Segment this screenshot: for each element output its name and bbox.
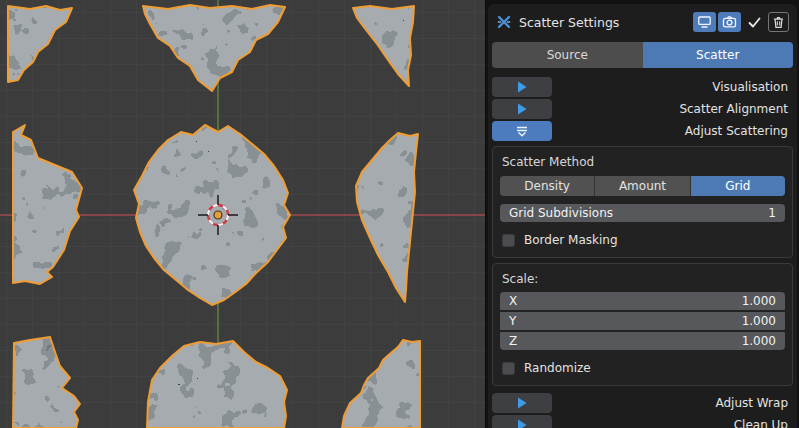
3d-viewport[interactable] [0,0,485,428]
double-chevron-down-icon [514,126,530,137]
tab-bar: Source Scatter [492,42,793,68]
row-label: Visualisation [712,80,793,94]
panel-header: Scatter Settings [492,8,793,36]
header-icon-group [693,12,789,32]
grid-subdivisions-value: 1 [768,206,776,220]
play-icon [517,397,527,409]
clean-up-row: Clean Up [492,415,793,428]
clean-up-expand-button[interactable] [492,415,552,428]
tab-source[interactable]: Source [492,42,643,68]
scale-label: Scale: [500,270,785,286]
check-icon[interactable] [743,12,766,32]
trash-icon[interactable] [768,12,789,32]
row-label: Clean Up [734,418,793,428]
viewport-canvas[interactable] [0,0,485,428]
segment-density[interactable]: Density [500,176,594,196]
segment-amount[interactable]: Amount [595,176,689,196]
row-label: Scatter Alignment [679,102,793,116]
scale-z-value: 1.000 [742,334,776,348]
object-origin-dot [214,211,222,219]
axis-label: Y [509,314,516,328]
scale-vector-fields: X 1.000 Y 1.000 Z 1.000 [500,292,785,350]
grid-subdivisions-field[interactable]: Grid Subdivisions 1 [500,204,785,222]
play-icon [517,81,527,93]
border-masking-row: Border Masking [500,233,785,247]
adjust-scattering-collapse-button[interactable] [492,121,552,141]
row-label: Adjust Scattering [685,124,793,138]
scale-x-value: 1.000 [742,294,776,308]
scatter-method-box: Scatter Method Density Amount Grid Grid … [492,146,793,258]
row-label: Adjust Wrap [715,396,793,410]
randomize-label: Randomize [524,361,591,375]
scatter-method-label: Scatter Method [500,153,785,169]
scale-y-value: 1.000 [742,314,776,328]
adjust-wrap-row: Adjust Wrap [492,393,793,413]
footer-rows: Adjust Wrap Clean Up [492,393,793,428]
camera-icon[interactable] [718,12,741,32]
grid-subdivisions-label: Grid Subdivisions [509,206,613,220]
viewport-sidebar: Scatter Settings [485,0,799,428]
scatter-alignment-expand-button[interactable] [492,99,552,119]
border-masking-label: Border Masking [524,233,618,247]
adjust-scattering-row: Adjust Scattering [492,121,793,141]
play-icon [517,103,527,115]
scatter-alignment-row: Scatter Alignment [492,99,793,119]
visualisation-row: Visualisation [492,77,793,97]
scale-z-field[interactable]: Z 1.000 [500,332,785,350]
panel-title: Scatter Settings [519,15,619,30]
scale-y-field[interactable]: Y 1.000 [500,312,785,330]
randomize-checkbox[interactable] [502,362,515,375]
play-icon [517,419,527,428]
randomize-row: Randomize [500,361,785,375]
visualisation-expand-button[interactable] [492,77,552,97]
scatter-addon-icon [496,14,512,30]
scatter-method-segmented: Density Amount Grid [500,176,785,196]
scale-box: Scale: X 1.000 Y 1.000 Z 1.000 [492,263,793,386]
action-rows: Visualisation Scatter Alignment [492,77,793,141]
tab-scatter[interactable]: Scatter [643,42,794,68]
segment-grid[interactable]: Grid [691,176,785,196]
border-masking-checkbox[interactable] [502,234,515,247]
axis-label: Z [509,334,517,348]
scatter-settings-panel: Scatter Settings [488,4,797,428]
display-icon[interactable] [693,12,716,32]
blender-window: Scatter Settings [0,0,799,428]
axis-label: X [509,294,517,308]
scale-x-field[interactable]: X 1.000 [500,292,785,310]
adjust-wrap-expand-button[interactable] [492,393,552,413]
